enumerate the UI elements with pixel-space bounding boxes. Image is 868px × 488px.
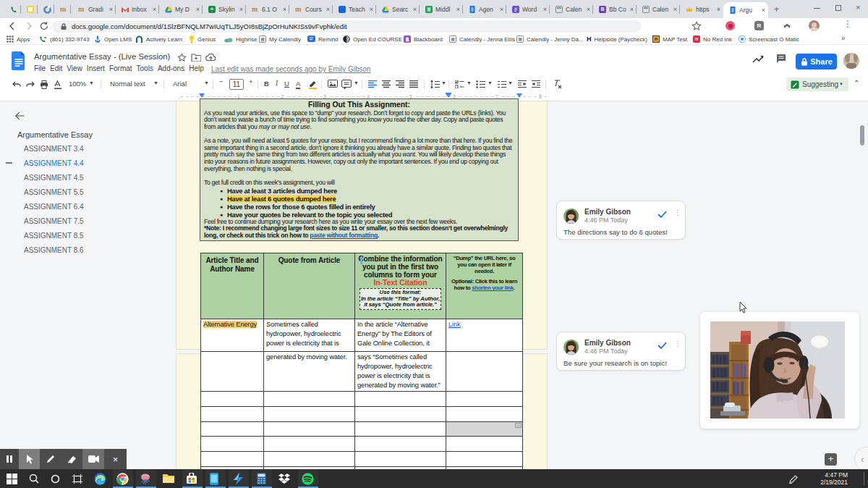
svg-text:8: 8 — [539, 94, 542, 99]
